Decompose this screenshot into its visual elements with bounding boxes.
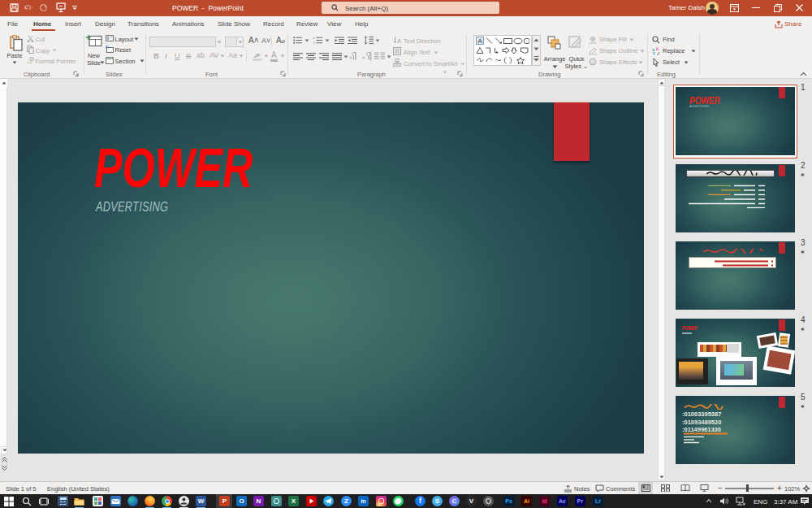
- svg-text:A: A: [478, 37, 483, 45]
- svg-text:1: 1: [313, 37, 316, 40]
- svg-text:2: 2: [313, 41, 316, 44]
- svg-text:b: b: [656, 46, 659, 51]
- svg-text:c: c: [653, 50, 655, 55]
- svg-text:A: A: [397, 37, 401, 45]
